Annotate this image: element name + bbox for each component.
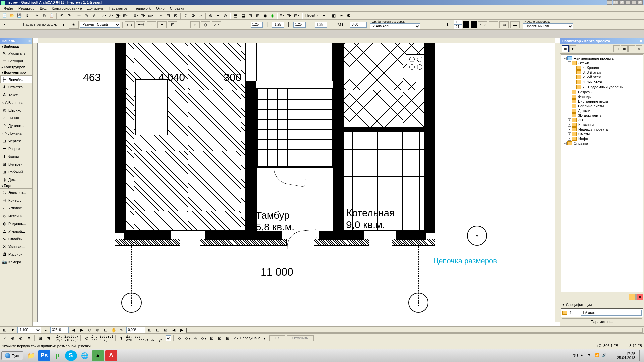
tree-toggle[interactable]: + — [568, 132, 571, 136]
tree-toggle[interactable]: − — [568, 61, 571, 65]
marker-icon-3[interactable]: ┼ — [307, 21, 314, 28]
qo-a4[interactable]: ◀ — [170, 327, 177, 334]
canvas-content[interactable]: 463 4 040 300 3 300 300 3 040 463 8 7 6 … — [38, 43, 555, 322]
tree-toggle[interactable]: + — [568, 123, 571, 127]
qo-a1[interactable]: ⊞ — [146, 327, 153, 334]
tree-story-1[interactable]: 1. 1-й этаж — [563, 79, 641, 85]
task-explorer[interactable]: 📁 — [25, 350, 37, 361]
navigator-tree[interactable]: −Наименование проекта −Этажи 4. Кровля 3… — [561, 54, 643, 292]
tree-3ddoc[interactable]: 3D-документы — [563, 113, 641, 118]
tree-toggle[interactable]: + — [563, 142, 567, 145]
dim-method-5[interactable]: ⊡ — [168, 21, 177, 28]
font-combo[interactable]: ✓ ArialArial — [370, 23, 420, 29]
tool-change[interactable]: ⬠Элемент... — [0, 189, 32, 196]
undo-button[interactable] — [58, 12, 65, 19]
cb-4[interactable]: ⊞ — [37, 335, 44, 342]
zoom-in[interactable]: ⊕ — [94, 327, 101, 334]
start-button[interactable]: Пуск — [1, 351, 23, 360]
snap-5[interactable]: ⊡ — [208, 335, 215, 342]
snap-8[interactable]: ⟋▾ — [232, 335, 239, 342]
tool-btn-16[interactable]: ↗ — [197, 12, 204, 19]
tool-btn-3[interactable]: ✐ — [91, 12, 97, 19]
pen-fg[interactable] — [463, 21, 469, 28]
tool-arrow[interactable]: ↖Указатель — [0, 49, 32, 57]
scale-combo[interactable]: 1:100 — [17, 327, 41, 333]
tool-wallend[interactable]: ⊣Конец с... — [0, 196, 32, 204]
tool-dimension[interactable]: ├┤Линейн... — [0, 75, 32, 83]
marker-icon-1[interactable]: ┤ — [264, 21, 271, 28]
tool-text[interactable]: AТекст — [0, 91, 32, 99]
tool-btn-17[interactable]: ⊕ — [207, 12, 214, 19]
tool-btn-31[interactable]: ⚙ — [345, 12, 352, 19]
qo-a2[interactable]: ⊟ — [154, 327, 161, 334]
tool-btn-2[interactable]: ✎ — [83, 12, 90, 19]
scrollbar-h-bottom[interactable] — [186, 328, 643, 333]
tool-worksheet[interactable]: ⊞Рабочий... — [0, 168, 32, 176]
ruler-horizontal[interactable] — [38, 38, 555, 43]
nav-project-map[interactable]: ⊞ — [562, 45, 569, 52]
tree-root[interactable]: −Наименование проекта — [563, 56, 641, 61]
cb-1[interactable]: ⊕ — [9, 335, 16, 342]
task-utorrent[interactable]: µ — [52, 350, 64, 361]
section-construct[interactable]: Конструиров — [0, 65, 32, 70]
menu-window[interactable]: Окно — [153, 6, 167, 11]
snap-3[interactable]: ∿ — [192, 335, 199, 342]
tree-info[interactable]: +Инфо — [563, 136, 641, 141]
default-params-label[interactable]: Параметры по умолч. — [21, 21, 59, 28]
new-button[interactable] — [1, 12, 8, 19]
tool-btn-23[interactable]: ⊞ — [254, 12, 261, 19]
dim-method-1[interactable]: ⟷ — [125, 21, 135, 28]
task-skype[interactable]: S — [65, 350, 77, 361]
cb-close[interactable]: ✕ — [1, 335, 8, 342]
height-icon[interactable]: ⬍ — [443, 21, 452, 28]
tree-elevations[interactable]: Фасады — [563, 94, 641, 99]
tool-btn-26[interactable]: ⊞▾ — [279, 12, 286, 19]
section-more[interactable]: Еще — [0, 183, 32, 189]
redo-button[interactable] — [66, 12, 72, 19]
menu-options[interactable]: Параметры — [106, 6, 131, 11]
tool-figure[interactable]: 🖼Рисунок — [0, 250, 32, 258]
nav-publisher[interactable]: ⊟ — [628, 45, 635, 52]
tool-btn-19[interactable]: ⊖ — [222, 12, 229, 19]
marker-icon-2[interactable]: ├ — [285, 21, 292, 28]
qo-a5[interactable]: ▶ — [178, 327, 185, 334]
doc-close-button[interactable]: ✕ — [637, 0, 643, 5]
tool-fill[interactable]: ▨Штрихо... — [0, 106, 32, 114]
toolbox-close[interactable]: ✕ — [28, 39, 31, 43]
tray-bat-icon[interactable]: 🗓 — [609, 353, 615, 358]
tool-btn-4[interactable]: ⟋▾ — [101, 12, 107, 19]
tool-btn-27[interactable]: ⊡▾ — [286, 12, 293, 19]
tool-interior[interactable]: ⊟Внутрен... — [0, 160, 32, 168]
nav-x[interactable]: ✕ — [636, 294, 643, 300]
tool-btn-25[interactable]: ◉ — [269, 12, 276, 19]
construction-3[interactable]: ⟋▾ — [212, 21, 221, 28]
menu-edit[interactable]: Редактор — [16, 6, 37, 11]
tray-lang[interactable]: RU — [573, 354, 578, 358]
tool-drawing[interactable]: ⊡Чертеж — [0, 137, 32, 145]
cancel-button[interactable]: Отменить — [287, 335, 314, 341]
doc-minimize-button[interactable]: _ — [625, 0, 631, 5]
close-infobox-button[interactable]: ✕ — [1, 21, 8, 28]
tree-sections[interactable]: Разрезы — [563, 89, 641, 94]
tree-3d[interactable]: +3D — [563, 118, 641, 122]
zoom-next[interactable]: ▶ — [78, 327, 85, 334]
tool-btn-21[interactable]: ⬓ — [239, 12, 246, 19]
tool-btn-30[interactable]: ☀ — [338, 12, 345, 19]
dim-method-2[interactable]: ⊢⊣ — [136, 21, 145, 28]
tool-btn-15[interactable]: ⟳ — [190, 12, 197, 19]
spec-input[interactable] — [581, 310, 642, 316]
cb-7[interactable]: ⬍ — [118, 335, 125, 342]
task-chrome[interactable]: 🌐 — [78, 350, 91, 361]
tool-radial[interactable]: ◐Радиаль... — [0, 220, 32, 227]
cb-2[interactable]: ⊗ — [17, 335, 24, 342]
witness-4[interactable]: ▬ — [510, 21, 520, 28]
tool-btn-18[interactable]: ✱ — [215, 12, 221, 19]
zoom-fit[interactable]: ⊡ — [102, 327, 109, 334]
zoom-prev[interactable]: ◀ — [70, 327, 77, 334]
qo-a3[interactable]: ⊠ — [162, 327, 169, 334]
snap-4[interactable]: ⊹▾ — [200, 335, 207, 342]
dim-method-4[interactable]: ▾ — [157, 21, 167, 28]
doc-restore-button[interactable]: ❐ — [631, 0, 637, 5]
cb-3[interactable]: ⬍ — [25, 335, 32, 342]
navigator-close[interactable]: ✕ — [639, 39, 642, 43]
